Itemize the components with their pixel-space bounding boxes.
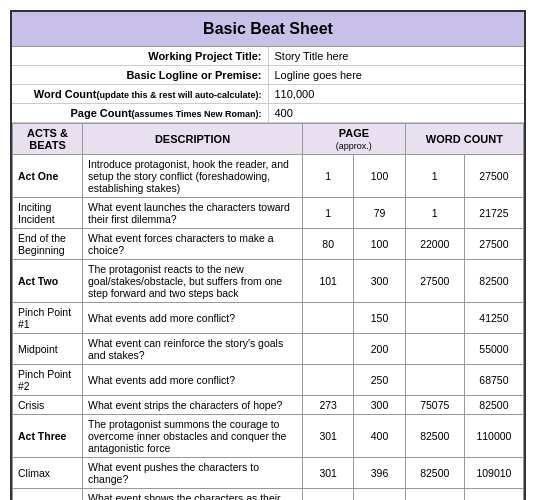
page-end: 300	[354, 396, 405, 415]
word-count-end: 110000	[464, 415, 523, 458]
word-count-start: 22000	[405, 229, 464, 260]
word-count-end: 110000	[464, 489, 523, 501]
page-start: 273	[303, 396, 354, 415]
beat-description: What events add more conflict?	[83, 303, 303, 334]
header-page: PAGE(approx.)	[303, 124, 406, 155]
beat-label: End of the Beginning	[13, 229, 83, 260]
table-row: End of the BeginningWhat event forces ch…	[13, 229, 524, 260]
page-end: 250	[354, 365, 405, 396]
beat-description: What event forces characters to make a c…	[83, 229, 303, 260]
beat-description: What event pushes the characters to chan…	[83, 458, 303, 489]
page-end: 79	[354, 198, 405, 229]
page-start: 397	[303, 489, 354, 501]
project-label: Working Project Title:	[12, 47, 268, 66]
project-title-row: Working Project Title: Story Title here	[12, 47, 524, 66]
word-count-start	[405, 334, 464, 365]
table-row: Act OneIntroduce protagonist, hook the r…	[13, 155, 524, 198]
beat-description: What event can reinforce the story's goa…	[83, 334, 303, 365]
table-row: ResolutionWhat event shows the character…	[13, 489, 524, 501]
word-count-end: 55000	[464, 334, 523, 365]
word-count-row: Word Count(update this & rest will auto-…	[12, 85, 524, 104]
header-word-count: WORD COUNT	[405, 124, 523, 155]
word-count-end: 27500	[464, 229, 523, 260]
header-description: DESCRIPTION	[83, 124, 303, 155]
word-count-start: 27500	[405, 260, 464, 303]
page-start: 301	[303, 458, 354, 489]
logline-label: Basic Logline or Premise:	[12, 66, 268, 85]
page-end: 100	[354, 229, 405, 260]
page-end: 200	[354, 334, 405, 365]
table-row: Act TwoThe protagonist reacts to the new…	[13, 260, 524, 303]
page-count-label: Page Count(assumes Times New Roman):	[12, 104, 268, 123]
page-start: 80	[303, 229, 354, 260]
beat-label: Resolution	[13, 489, 83, 501]
beat-label: Pinch Point #2	[13, 365, 83, 396]
table-row: Act ThreeThe protagonist summons the cou…	[13, 415, 524, 458]
page-start	[303, 303, 354, 334]
page-end: 400	[354, 489, 405, 501]
page-end: 100	[354, 155, 405, 198]
beat-description: What event shows the characters as their…	[83, 489, 303, 501]
word-count-start: 1	[405, 155, 464, 198]
page-title: Basic Beat Sheet	[12, 12, 524, 47]
beat-label: Midpoint	[13, 334, 83, 365]
beat-label: Pinch Point #1	[13, 303, 83, 334]
logline-value: Logline goes here	[268, 66, 524, 85]
page-end: 300	[354, 260, 405, 303]
word-count-end: 109010	[464, 458, 523, 489]
word-count-start: 82500	[405, 458, 464, 489]
page-start	[303, 334, 354, 365]
word-count-start	[405, 365, 464, 396]
page-start: 101	[303, 260, 354, 303]
beat-description: What event launches the characters towar…	[83, 198, 303, 229]
page-end: 396	[354, 458, 405, 489]
beat-description: The protagonist reacts to the new goal/s…	[83, 260, 303, 303]
header-acts: ACTS & BEATS	[13, 124, 83, 155]
beat-label: Act Three	[13, 415, 83, 458]
page-end: 400	[354, 415, 405, 458]
beat-label: Act One	[13, 155, 83, 198]
page-start: 1	[303, 155, 354, 198]
table-row: MidpointWhat event can reinforce the sto…	[13, 334, 524, 365]
word-count-end: 82500	[464, 260, 523, 303]
beat-description: Introduce protagonist, hook the reader, …	[83, 155, 303, 198]
word-count-end: 21725	[464, 198, 523, 229]
beat-label: Crisis	[13, 396, 83, 415]
table-row: ClimaxWhat event pushes the characters t…	[13, 458, 524, 489]
beat-label: Act Two	[13, 260, 83, 303]
word-count-end: 41250	[464, 303, 523, 334]
table-row: CrisisWhat event strips the characters o…	[13, 396, 524, 415]
word-count-start: 82500	[405, 415, 464, 458]
word-count-end: 82500	[464, 396, 523, 415]
table-row: Inciting IncidentWhat event launches the…	[13, 198, 524, 229]
table-row: Pinch Point #1What events add more confl…	[13, 303, 524, 334]
beat-description: What events add more conflict?	[83, 365, 303, 396]
page-start: 1	[303, 198, 354, 229]
logline-row: Basic Logline or Premise: Logline goes h…	[12, 66, 524, 85]
beat-label: Climax	[13, 458, 83, 489]
word-count-start: 109010	[405, 489, 464, 501]
word-count-start: 75075	[405, 396, 464, 415]
project-value: Story Title here	[268, 47, 524, 66]
page-start	[303, 365, 354, 396]
word-count-end: 68750	[464, 365, 523, 396]
page-end: 150	[354, 303, 405, 334]
table-header: ACTS & BEATS DESCRIPTION PAGE(approx.) W…	[13, 124, 524, 155]
word-count-label: Word Count(update this & rest will auto-…	[12, 85, 268, 104]
page-count-value: 400	[268, 104, 524, 123]
beat-label: Inciting Incident	[13, 198, 83, 229]
word-count-start	[405, 303, 464, 334]
page-count-row: Page Count(assumes Times New Roman): 400	[12, 104, 524, 123]
table-row: Pinch Point #2What events add more confl…	[13, 365, 524, 396]
beat-description: What event strips the characters of hope…	[83, 396, 303, 415]
word-count-end: 27500	[464, 155, 523, 198]
page-start: 301	[303, 415, 354, 458]
word-count-start: 1	[405, 198, 464, 229]
beat-description: The protagonist summons the courage to o…	[83, 415, 303, 458]
word-count-value: 110,000	[268, 85, 524, 104]
